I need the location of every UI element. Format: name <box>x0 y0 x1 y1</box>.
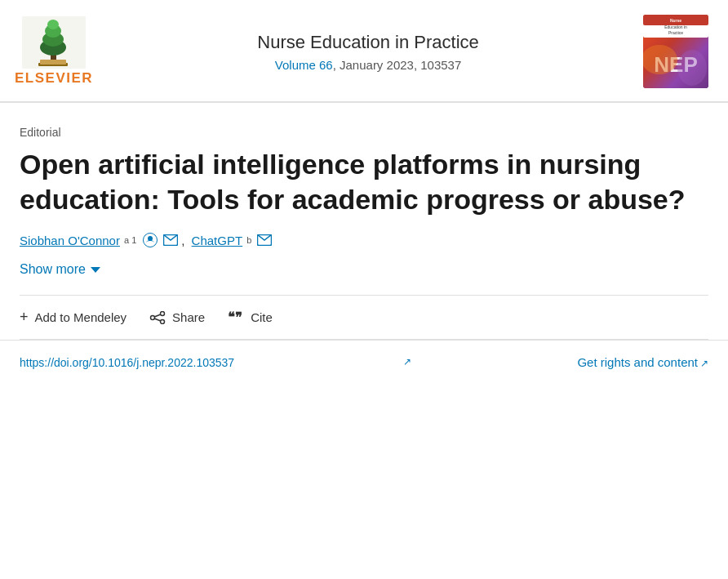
rights-arrow-icon: ↗ <box>700 358 708 369</box>
authors-line: Siobhan O'Connor a 1 , ChatGPT b <box>20 233 708 247</box>
article-title: Open artificial intelligence platforms i… <box>20 147 697 216</box>
cite-label: Cite <box>251 310 273 324</box>
author-separator: , <box>181 234 188 247</box>
svg-rect-7 <box>40 60 66 65</box>
journal-volume-line: Volume 66, January 2023, 103537 <box>109 58 627 72</box>
page-wrapper: ELSEVIER Nurse Education in Practice Vol… <box>0 0 728 579</box>
elsevier-tree-icon <box>22 16 86 69</box>
author-1-profile-icon[interactable] <box>143 233 158 247</box>
elsevier-logo[interactable]: ELSEVIER <box>15 16 93 87</box>
svg-point-16 <box>677 50 707 86</box>
show-more-label: Show more <box>20 262 86 277</box>
svg-point-5 <box>47 20 59 29</box>
svg-point-20 <box>161 319 165 323</box>
cite-button[interactable]: ❝❞ Cite <box>228 307 289 327</box>
chevron-down-icon <box>91 266 100 273</box>
svg-text:❝❞: ❝❞ <box>228 311 242 324</box>
author-2-email-icon[interactable] <box>257 234 272 246</box>
svg-point-21 <box>151 315 155 319</box>
svg-text:Practice: Practice <box>668 30 683 35</box>
add-to-mendeley-button[interactable]: + Add to Mendeley <box>20 305 143 329</box>
elsevier-brand-text: ELSEVIER <box>15 70 93 87</box>
share-button[interactable]: Share <box>149 307 221 327</box>
svg-text:Education in: Education in <box>664 24 687 29</box>
author-1-superscript: a 1 <box>124 235 136 245</box>
volume-link[interactable]: Volume 66 <box>275 58 333 72</box>
share-label: Share <box>172 310 205 324</box>
show-more-button[interactable]: Show more <box>20 262 100 277</box>
doi-arrow-icon: ↗ <box>403 356 411 368</box>
author-1-link[interactable]: Siobhan O'Connor <box>20 234 120 247</box>
svg-line-23 <box>154 318 161 321</box>
author-1-email-icon[interactable] <box>163 234 178 246</box>
journal-cover-image: Nurse Education in Practice NEP <box>643 15 708 88</box>
journal-name: Nurse Education in Practice <box>109 32 627 53</box>
action-bar: + Add to Mendeley Share ❝❞ Cite <box>20 295 708 340</box>
author-2-superscript: b <box>246 235 251 245</box>
author-2-link[interactable]: ChatGPT <box>192 234 243 247</box>
svg-text:Nurse: Nurse <box>670 18 681 23</box>
svg-point-19 <box>161 311 165 315</box>
get-rights-button[interactable]: Get rights and content↗ <box>577 355 708 369</box>
svg-point-15 <box>643 45 677 74</box>
article-content: Editorial Open artificial intelligence p… <box>0 103 728 340</box>
journal-cover[interactable]: Nurse Education in Practice NEP <box>643 15 708 88</box>
footer-doi-bar: https://doi.org/10.1016/j.nepr.2022.1035… <box>0 340 728 384</box>
cite-icon: ❝❞ <box>228 311 244 324</box>
journal-info: Nurse Education in Practice Volume 66, J… <box>93 32 643 72</box>
share-icon <box>149 311 166 324</box>
plus-icon: + <box>20 309 29 326</box>
journal-header: ELSEVIER Nurse Education in Practice Vol… <box>0 0 728 103</box>
doi-link[interactable]: https://doi.org/10.1016/j.nepr.2022.1035… <box>20 356 234 369</box>
journal-details: , January 2023, 103537 <box>333 58 462 72</box>
svg-line-22 <box>154 314 161 317</box>
mendeley-label: Add to Mendeley <box>35 310 127 324</box>
rights-label: Get rights and content <box>577 355 698 369</box>
article-type-label: Editorial <box>20 126 708 139</box>
